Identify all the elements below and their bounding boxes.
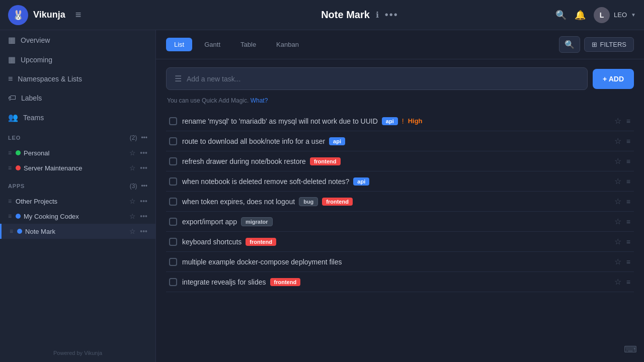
task-menu-icon[interactable]: ≡ [626, 258, 631, 266]
more-icon[interactable]: ••• [140, 227, 147, 235]
star-icon[interactable]: ☆ [129, 197, 136, 205]
task-menu-icon[interactable]: ≡ [626, 177, 631, 186]
list-item-other-projects-label: Other Projects [16, 198, 126, 205]
more-icon[interactable]: ••• [140, 212, 147, 220]
sidebar-item-upcoming[interactable]: ▦ Upcoming [0, 50, 155, 69]
drag-handle-icon: ≡ [8, 164, 12, 171]
task-label: route to download all book/note info for… [182, 137, 609, 145]
filter-button[interactable]: ⊞ FILTERS [584, 37, 634, 52]
dot-green-icon [16, 150, 21, 155]
task-menu-icon[interactable]: ≡ [626, 218, 631, 226]
badge-frontend: frontend [322, 198, 353, 206]
star-icon[interactable]: ☆ [129, 149, 136, 157]
star-icon[interactable]: ☆ [614, 217, 621, 226]
tab-table[interactable]: Table [232, 38, 264, 51]
more-icon[interactable]: ••• [140, 197, 147, 205]
list-item-my-cooking-codex[interactable]: ≡ My Cooking Codex ☆ ••• [0, 209, 155, 224]
sidebar-item-overview[interactable]: ▦ Overview [0, 30, 155, 50]
task-actions: ☆ ≡ [614, 257, 631, 266]
task-row: route to download all book/note info for… [166, 131, 634, 151]
user-menu[interactable]: L LEO ▼ [594, 7, 636, 23]
task-text: integrate revealjs for slides [182, 278, 266, 286]
star-icon[interactable]: ☆ [614, 156, 621, 166]
section-leo-more-icon[interactable]: ••• [141, 134, 147, 141]
sidebar-item-namespaces-label: Namespaces & Lists [18, 75, 82, 83]
task-menu-icon[interactable]: ≡ [626, 137, 631, 145]
badge-frontend: frontend [310, 157, 341, 165]
star-icon[interactable]: ☆ [129, 212, 136, 220]
filter-icon: ⊞ [592, 41, 597, 48]
task-checkbox[interactable] [169, 137, 177, 145]
star-icon[interactable]: ☆ [614, 136, 621, 146]
task-label: when notebook is deleted remove soft-del… [182, 177, 609, 186]
tab-list[interactable]: List [166, 38, 192, 51]
task-checkbox[interactable] [169, 117, 177, 125]
section-apps-more-icon[interactable]: ••• [141, 183, 147, 190]
search-icon[interactable]: 🔍 [555, 10, 567, 21]
task-menu-icon[interactable]: ≡ [626, 238, 631, 246]
overview-icon: ▦ [8, 35, 16, 45]
sidebar-item-namespaces[interactable]: ≡ Namespaces & Lists [0, 69, 155, 88]
more-icon[interactable]: ••• [140, 164, 147, 172]
tab-kanban[interactable]: Kanban [268, 38, 307, 51]
more-options-icon[interactable]: ••• [385, 9, 398, 21]
task-row: multiple example docker-compose deployme… [166, 252, 634, 272]
tab-gantt[interactable]: Gantt [196, 38, 228, 51]
star-icon[interactable]: ☆ [614, 176, 621, 186]
task-row: when notebook is deleted remove soft-del… [166, 171, 634, 192]
task-label: keyboard shortcuts frontend [182, 238, 609, 246]
hamburger-menu[interactable]: ≡ [75, 9, 83, 21]
list-item-personal[interactable]: ≡ Personal ☆ ••• [0, 145, 155, 160]
app-logo[interactable]: 🐰 [8, 5, 28, 25]
notifications-icon[interactable]: 🔔 [575, 10, 586, 21]
task-checkbox[interactable] [169, 157, 177, 165]
badge-frontend: frontend [270, 278, 301, 286]
task-label: multiple example docker-compose deployme… [182, 258, 609, 266]
add-task-row: ☰ Add a new task... + ADD [166, 67, 634, 90]
dot-blue-icon [16, 214, 21, 219]
task-checkbox[interactable] [169, 198, 177, 206]
task-checkbox[interactable] [169, 258, 177, 266]
list-item-note-mark-actions: ☆ ••• [129, 227, 147, 235]
task-row: keyboard shortcuts frontend ☆ ≡ [166, 232, 634, 252]
sidebar-item-teams[interactable]: 👥 Teams [0, 108, 155, 127]
dot-red-icon [16, 165, 21, 170]
section-leo-actions: (2) ••• [130, 134, 147, 141]
task-checkbox[interactable] [169, 278, 177, 286]
task-text: rename 'mysql' to 'mariadb' as mysql wil… [182, 117, 378, 125]
add-button[interactable]: + ADD [593, 69, 634, 89]
list-item-other-projects-actions: ☆ ••• [129, 197, 147, 205]
task-menu-icon[interactable]: ≡ [626, 198, 631, 206]
star-icon[interactable]: ☆ [614, 257, 621, 266]
info-icon[interactable]: ℹ [376, 10, 379, 20]
more-icon[interactable]: ••• [140, 149, 147, 157]
star-icon[interactable]: ☆ [614, 116, 621, 126]
task-checkbox[interactable] [169, 238, 177, 246]
sidebar-item-labels[interactable]: 🏷 Labels [0, 88, 155, 108]
task-search-button[interactable]: 🔍 [559, 36, 580, 53]
drag-handle-icon: ≡ [8, 213, 12, 220]
star-icon[interactable]: ☆ [614, 197, 621, 206]
task-row: integrate revealjs for slides frontend ☆… [166, 272, 634, 292]
add-task-input[interactable]: ☰ Add a new task... [166, 67, 588, 90]
content-toolbar: List Gantt Table Kanban 🔍 ⊞ FILTERS [156, 30, 644, 59]
sidebar-item-upcoming-label: Upcoming [21, 56, 52, 64]
list-item-note-mark[interactable]: ≡ Note Mark ☆ ••• [0, 224, 155, 239]
quick-add-link[interactable]: What? [251, 97, 268, 104]
header-right: 🔍 🔔 L LEO ▼ [555, 7, 636, 23]
task-menu-icon[interactable]: ≡ [626, 117, 631, 125]
task-checkbox[interactable] [169, 218, 177, 226]
list-item-other-projects[interactable]: ≡ Other Projects ☆ ••• [0, 194, 155, 209]
star-icon[interactable]: ☆ [129, 164, 136, 172]
task-menu-icon[interactable]: ≡ [626, 278, 631, 286]
task-menu-icon[interactable]: ≡ [626, 157, 631, 165]
star-icon[interactable]: ☆ [129, 227, 136, 235]
sidebar: ▦ Overview ▦ Upcoming ≡ Namespaces & Lis… [0, 30, 156, 362]
star-icon[interactable]: ☆ [614, 277, 621, 287]
task-checkbox[interactable] [169, 177, 177, 186]
list-item-personal-label: Personal [24, 149, 126, 157]
task-text: multiple example docker-compose deployme… [182, 258, 342, 266]
list-item-server-maintenance[interactable]: ≡ Server Maintenance ☆ ••• [0, 160, 155, 175]
task-text: refresh drawer during note/book restore [182, 157, 306, 165]
star-icon[interactable]: ☆ [614, 237, 621, 246]
